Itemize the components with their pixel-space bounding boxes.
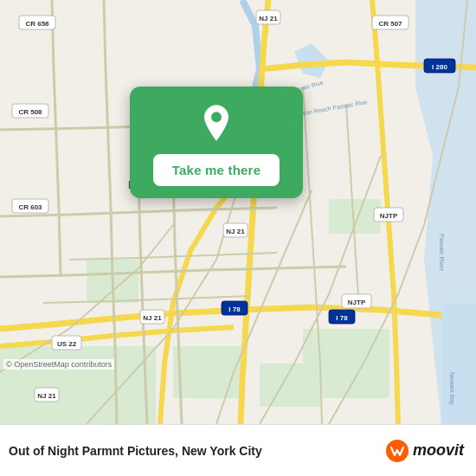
svg-text:NJ 21: NJ 21	[226, 228, 245, 235]
svg-text:CR 507: CR 507	[378, 20, 402, 28]
moovit-logo: moovit	[385, 439, 464, 463]
map-container: CR 658 NJ 21 CR 507 I 280 CR 508 CR 603 …	[0, 0, 476, 424]
svg-text:CR 658: CR 658	[25, 20, 49, 28]
svg-text:Passaic River: Passaic River	[439, 234, 445, 271]
svg-text:NJTP: NJTP	[348, 299, 366, 306]
bottom-bar: Out of Night Parmnt Pictures, New York C…	[0, 424, 476, 476]
svg-point-41	[211, 112, 222, 122]
svg-text:CR 603: CR 603	[18, 203, 42, 211]
svg-text:I 280: I 280	[432, 63, 447, 71]
map-attribution: © OpenStreetMap contributors	[3, 359, 114, 370]
svg-rect-39	[441, 303, 476, 424]
svg-text:NJ 21: NJ 21	[259, 15, 278, 23]
moovit-brand-text: moovit	[413, 441, 464, 460]
svg-rect-5	[173, 346, 242, 398]
svg-text:CR 508: CR 508	[18, 108, 42, 116]
location-name: Out of Night Parmnt Pictures, New York C…	[9, 444, 385, 458]
moovit-brand-icon	[385, 439, 409, 463]
svg-text:US 22: US 22	[57, 340, 77, 348]
svg-text:NJ 21: NJ 21	[143, 314, 162, 322]
svg-text:I 78: I 78	[228, 306, 241, 313]
svg-text:NJTP: NJTP	[380, 212, 398, 220]
svg-text:NJ 21: NJ 21	[37, 392, 56, 400]
take-me-there-button[interactable]: Take me there	[153, 154, 280, 186]
svg-text:I 78: I 78	[336, 314, 348, 322]
location-card: Take me there	[130, 87, 303, 198]
map-pin-icon	[197, 104, 235, 142]
svg-text:Newark Bay: Newark Bay	[448, 372, 455, 405]
